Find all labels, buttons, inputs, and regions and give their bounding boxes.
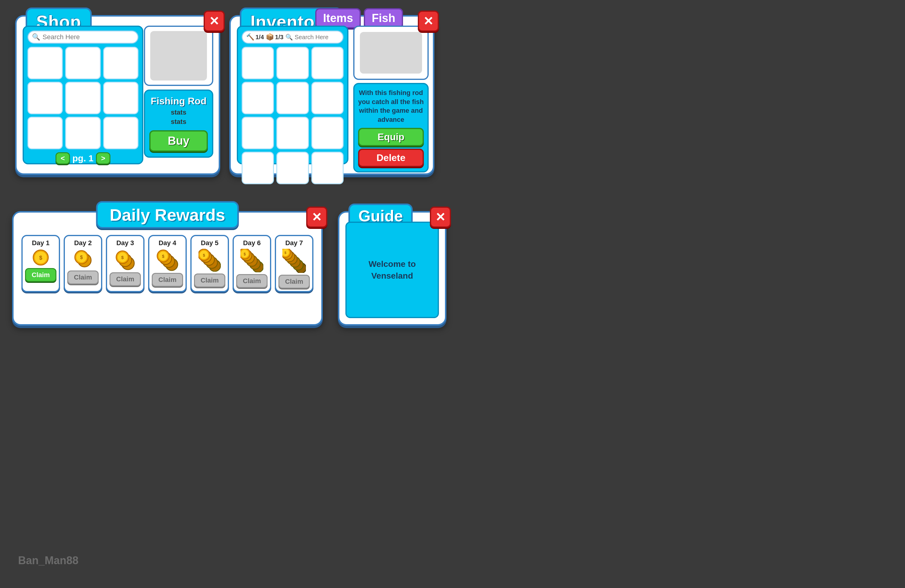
- inventory-grid-cell[interactable]: [241, 152, 274, 184]
- page-label: pg. 1: [72, 153, 94, 163]
- inventory-item-description: With this fishing rod you catch all the …: [358, 88, 424, 124]
- shop-grid-area: 🔍 < pg. 1 >: [23, 25, 143, 164]
- reward-card-day1: Day 1 $ Claim: [21, 235, 60, 292]
- inventory-grid-area: 🔨 1/4 📦 1/3 🔍: [237, 25, 348, 164]
- inventory-item-grid: [241, 47, 344, 184]
- claim-button-day4[interactable]: Claim: [152, 273, 183, 287]
- reward-card-day4: Day 4 $ Claim: [148, 235, 187, 292]
- inventory-grid-cell[interactable]: [311, 152, 344, 184]
- shop-grid-cell[interactable]: [65, 117, 100, 149]
- shop-grid-cell[interactable]: [103, 117, 138, 149]
- inventory-item-image: [360, 32, 422, 74]
- guide-inner: Welcome to Venseland: [345, 222, 439, 318]
- inventory-grid-cell[interactable]: [276, 47, 309, 79]
- daily-rewards-title-badge: Daily Rewards: [96, 201, 239, 228]
- coin-icon-day5: $: [198, 249, 221, 272]
- guide-close-button[interactable]: ✕: [430, 206, 451, 228]
- shop-grid-cell[interactable]: [65, 82, 100, 114]
- buy-button[interactable]: Buy: [149, 130, 208, 152]
- prev-page-button[interactable]: <: [56, 152, 70, 164]
- daily-rewards-title: Daily Rewards: [110, 205, 225, 224]
- inventory-panel: Inventory Items Fish ✕ 🔨 1/4 📦 1/3 🔍: [229, 15, 434, 175]
- reward-card-day7: Day 7 $ Claim: [275, 235, 313, 292]
- reward-card-day5: Day 5 $ Claim: [191, 235, 229, 292]
- equip-button[interactable]: Equip: [358, 128, 424, 146]
- daily-rewards-panel: Daily Rewards ✕ Play everyday for new re…: [12, 211, 323, 326]
- box-counter: 📦 1/3: [266, 33, 284, 41]
- shop-grid-cell[interactable]: [103, 47, 138, 79]
- claim-button-day6[interactable]: Claim: [236, 274, 268, 288]
- shop-item-stats: stats stats: [149, 108, 208, 127]
- inventory-item-info: With this fishing rod you catch all the …: [353, 83, 429, 173]
- svg-text:$: $: [39, 255, 42, 261]
- svg-text:$: $: [284, 251, 286, 255]
- inventory-grid-cell[interactable]: [276, 82, 309, 114]
- daily-rewards-inner: Play everyday for new rewards Day 1 $ Cl…: [14, 212, 321, 324]
- shop-detail-area: Fishing Rod stats stats Buy: [144, 25, 213, 158]
- hammer-icon: 🔨: [246, 33, 254, 41]
- shop-item-name: Fishing Rod: [149, 95, 208, 107]
- inventory-close-button[interactable]: ✕: [418, 11, 439, 32]
- reward-card-day6: Day 6 $ Claim: [233, 235, 271, 292]
- shop-item-preview: [144, 25, 213, 86]
- reward-card-day3: Day 3 $ Claim: [106, 235, 144, 292]
- coin-icon-day7: $: [283, 249, 306, 273]
- svg-text:$: $: [162, 254, 164, 259]
- guide-content-box: Welcome to Venseland: [345, 222, 439, 318]
- inventory-grid-cell[interactable]: [311, 47, 344, 79]
- reward-day-label: Day 3: [110, 239, 141, 247]
- reward-day-label: Day 7: [278, 239, 310, 247]
- next-page-button[interactable]: >: [96, 152, 110, 164]
- claim-button-day5[interactable]: Claim: [194, 274, 225, 287]
- svg-text:$: $: [203, 253, 205, 258]
- box-icon: 📦: [266, 33, 274, 41]
- inventory-detail-area: With this fishing rod you catch all the …: [353, 25, 429, 173]
- inventory-grid-cell[interactable]: [241, 47, 274, 79]
- reward-day-label: Day 6: [236, 239, 268, 247]
- shop-panel: Shop ✕ 🔍 < pg. 1 >: [15, 15, 220, 175]
- shop-grid-cell[interactable]: [27, 82, 63, 114]
- daily-rewards-close-button[interactable]: ✕: [306, 206, 327, 228]
- guide-text: Welcome to Venseland: [352, 258, 432, 282]
- inventory-grid-cell[interactable]: [276, 117, 309, 149]
- inventory-grid-cell[interactable]: [241, 117, 274, 149]
- tab-items[interactable]: Items: [315, 8, 361, 29]
- shop-close-button[interactable]: ✕: [204, 11, 225, 32]
- shop-item-image: [150, 31, 207, 80]
- tool-counter: 🔨 1/4: [246, 33, 264, 41]
- svg-text:$: $: [80, 255, 83, 260]
- shop-grid-cell[interactable]: [103, 82, 138, 114]
- shop-grid-cell[interactable]: [65, 47, 100, 79]
- shop-grid-cell[interactable]: [27, 117, 63, 149]
- tab-fish[interactable]: Fish: [364, 8, 403, 29]
- search-icon: 🔍: [285, 33, 293, 41]
- delete-button[interactable]: Delete: [358, 149, 424, 167]
- shop-grid-cell[interactable]: [27, 47, 63, 79]
- claim-button-day3[interactable]: Claim: [110, 272, 141, 286]
- shop-item-info: Fishing Rod stats stats Buy: [144, 90, 213, 158]
- svg-text:$: $: [121, 255, 124, 260]
- reward-day-label: Day 4: [152, 239, 183, 247]
- shop-pagination: < pg. 1 >: [27, 152, 138, 164]
- svg-text:$: $: [244, 252, 246, 256]
- inventory-grid-cell[interactable]: [276, 152, 309, 184]
- reward-day-label: Day 5: [194, 239, 225, 247]
- claim-button-day2[interactable]: Claim: [67, 271, 98, 284]
- inventory-search-bar[interactable]: 🔨 1/4 📦 1/3 🔍: [241, 30, 344, 44]
- guide-panel: Guide ✕ Welcome to Venseland: [338, 211, 446, 326]
- reward-day-label: Day 2: [67, 239, 98, 247]
- reward-day-label: Day 1: [25, 239, 56, 247]
- search-icon: 🔍: [32, 33, 40, 41]
- reward-card-day2: Day 2 $ Claim: [64, 235, 102, 292]
- inventory-item-preview: [353, 25, 429, 80]
- inventory-tabs: Items Fish: [315, 8, 403, 29]
- inventory-grid-cell[interactable]: [311, 117, 344, 149]
- shop-search-input[interactable]: [43, 33, 134, 41]
- coin-icon-day1: $: [32, 249, 49, 266]
- claim-button-day1[interactable]: Claim: [25, 268, 56, 282]
- inventory-grid-cell[interactable]: [241, 82, 274, 114]
- shop-search-bar[interactable]: 🔍: [27, 30, 138, 44]
- claim-button-day7[interactable]: Claim: [278, 275, 310, 288]
- inventory-grid-cell[interactable]: [311, 82, 344, 114]
- coin-icon-day3: $: [114, 249, 136, 271]
